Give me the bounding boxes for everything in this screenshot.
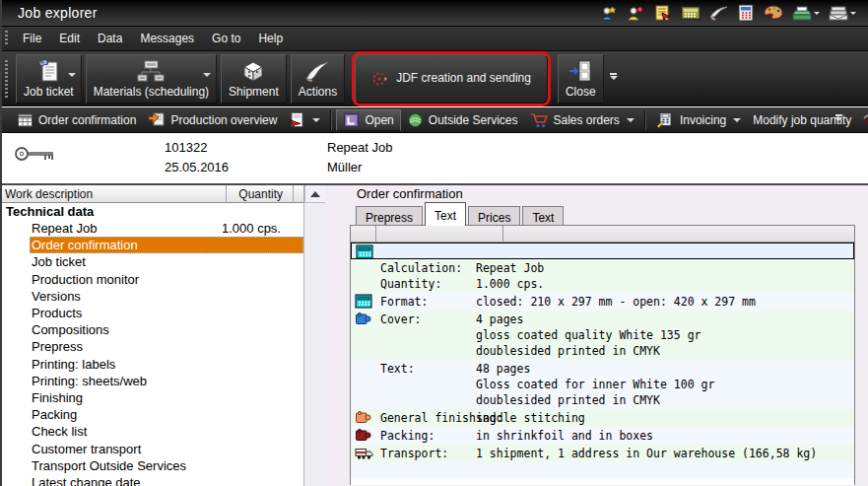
job-info-band: 101322 25.05.2016 Repeat Job Müller — [2, 133, 868, 183]
shipment-button[interactable]: Shipment — [221, 54, 287, 104]
tab-prepress-0[interactable]: Prepress — [356, 206, 423, 226]
button-label: Open — [365, 113, 393, 127]
tree-item-quantity: 1.000 cps. — [179, 221, 281, 236]
jdf-creation-and-sending-button[interactable]: JDF creation and sending — [355, 54, 548, 104]
jdf-icon — [371, 71, 388, 87]
tree-group-technical-data[interactable]: Technical data — [2, 203, 303, 220]
tree-item-versions[interactable]: Versions — [2, 288, 303, 305]
panel-splitter[interactable] — [325, 185, 349, 486]
column-header-work-description[interactable]: Work description — [2, 185, 227, 203]
tree-item-latest-change-date[interactable]: Latest change date — [2, 474, 303, 486]
row-label: Quantity: — [351, 276, 476, 292]
work-description-panel: Work description Quantity Technical data… — [2, 185, 325, 486]
order-confirmation-button[interactable]: Order confirmation — [11, 110, 142, 130]
outside-services-button[interactable]: Outside Services — [401, 110, 524, 130]
order-confirmation-table: Calculation:Repeat JobQuantity:1.000 cps… — [350, 225, 855, 485]
button-label: Job ticket — [24, 85, 74, 101]
scroll-up-button[interactable] — [304, 185, 325, 203]
row-label — [351, 377, 476, 392]
button-label: Sales orders — [554, 113, 620, 127]
table-row[interactable]: Calculation:Repeat JobQuantity:1.000 cps… — [351, 259, 854, 293]
menu-edit[interactable]: Edit — [50, 28, 89, 49]
tree-item-production-monitor[interactable]: Production monitor — [2, 271, 303, 288]
mail-stack-button[interactable] — [829, 5, 856, 21]
toolbar-separator — [330, 110, 332, 130]
table-row[interactable]: Transport:1 shipment, 1 address in Our w… — [351, 445, 854, 462]
tree-item-printing-sheets-web[interactable]: Printing: sheets/web — [2, 373, 303, 389]
print-button[interactable] — [792, 5, 820, 22]
tree-item-repeat-job[interactable]: Repeat Job1.000 cps. — [2, 220, 303, 237]
user-add-button[interactable] — [600, 5, 618, 22]
puzzle-darkred-icon — [355, 428, 371, 443]
close-button[interactable]: Close — [558, 54, 604, 104]
sales-orders-button[interactable]: Sales orders — [524, 110, 640, 130]
tab-prices-2[interactable]: Prices — [468, 206, 520, 226]
main-toolbar: Job ticketMaterials (scheduling)Shipment… — [2, 51, 868, 106]
brush-button[interactable] — [709, 5, 728, 21]
materials-scheduling-button[interactable]: Materials (scheduling) — [86, 54, 217, 104]
shipment-icon — [240, 59, 266, 83]
menu-data[interactable]: Data — [89, 28, 131, 49]
invoicing-button[interactable]: Invoicing — [650, 109, 747, 130]
tree-item-products[interactable]: Products — [2, 305, 303, 321]
menu-bar: FileEditDataMessagesGo toHelp — [2, 27, 868, 51]
table-row[interactable]: Text:48 pagesGloss coated for inner Whit… — [351, 360, 854, 409]
window-title: Job explorer — [18, 5, 98, 21]
button-label: Outside Services — [429, 113, 518, 127]
dropdown-caret-icon — [814, 12, 820, 18]
button-label: JDF creation and sending — [396, 71, 531, 87]
dropdown-caret-icon — [68, 73, 76, 81]
table-row[interactable]: Format:closed: 210 x 297 mm - open: 420 … — [351, 293, 854, 311]
cart-icon — [530, 112, 549, 128]
notes-button[interactable] — [653, 4, 672, 22]
user-star-button[interactable] — [627, 5, 644, 22]
tree-item-label: Packing — [32, 407, 77, 422]
palette-button[interactable] — [764, 5, 783, 21]
column-header-quantity[interactable]: Quantity — [227, 185, 294, 203]
dropdown-caret-icon — [312, 118, 320, 126]
pdf-export-button[interactable] — [283, 109, 326, 130]
tree-item-printing-labels[interactable]: Printing: labels — [2, 356, 303, 373]
toolbar-overflow-icon[interactable] — [610, 73, 618, 84]
tree-item-prepress[interactable]: Prepress — [2, 338, 303, 355]
tree-item-order-confirmation[interactable]: Order confirmation — [30, 237, 303, 253]
actions-button[interactable]: Actions — [291, 54, 345, 104]
work-description-tree: Technical dataRepeat Job1.000 cps.Order … — [2, 203, 304, 486]
production-overview-button[interactable]: Production overview — [142, 109, 283, 130]
menu-messages[interactable]: Messages — [131, 28, 203, 49]
job-ticket-button[interactable]: Job ticket — [16, 54, 82, 104]
tree-item-packing[interactable]: Packing — [2, 406, 303, 423]
tree-item-job-ticket[interactable]: Job ticket — [2, 253, 303, 270]
table-row[interactable]: Cover:4 pagesgloss coated quality White … — [351, 311, 854, 360]
calculator-icon — [737, 4, 755, 22]
modify-status-button[interactable]: Modify status — [857, 109, 868, 130]
row-label: Calculation: — [351, 260, 476, 276]
tab-text-3[interactable]: Text — [522, 206, 564, 226]
tree-item-transport-outside-services[interactable]: Transport Outside Services — [2, 457, 303, 474]
calculator-button[interactable] — [737, 4, 755, 22]
tree-item-compositions[interactable]: Compositions — [2, 321, 303, 338]
open-button[interactable]: Open — [336, 109, 400, 131]
table-row[interactable]: General finishing:saddle stitching — [351, 409, 854, 427]
keypad-button[interactable] — [681, 4, 701, 22]
tab-text-1[interactable]: Text — [425, 202, 466, 226]
grid-icon — [17, 112, 33, 128]
pdf-icon — [289, 111, 305, 128]
tree-item-label: Check list — [32, 424, 87, 439]
tree-item-label: Prepress — [32, 339, 83, 354]
brush-icon — [709, 5, 728, 21]
table-row[interactable]: Packing:in shrinkfoil and in boxes — [351, 427, 854, 445]
table-row-selected[interactable] — [351, 243, 854, 259]
menu-help[interactable]: Help — [249, 28, 292, 49]
menu-go-to[interactable]: Go to — [203, 28, 249, 49]
row-value: in shrinkfoil and in boxes — [476, 428, 653, 444]
vertical-scrollbar[interactable] — [304, 203, 325, 486]
tree-item-customer-transport[interactable]: Customer transport — [2, 440, 303, 456]
tree-item-label: Finishing — [32, 390, 83, 405]
tree-item-finishing[interactable]: Finishing — [2, 389, 303, 406]
tree-item-label: Versions — [32, 289, 81, 304]
tree-item-check-list[interactable]: Check list — [2, 423, 303, 440]
tree-item-label: Repeat Job — [32, 221, 98, 236]
toolbar-overflow-icon[interactable] — [835, 114, 842, 125]
menu-file[interactable]: File — [14, 28, 50, 49]
